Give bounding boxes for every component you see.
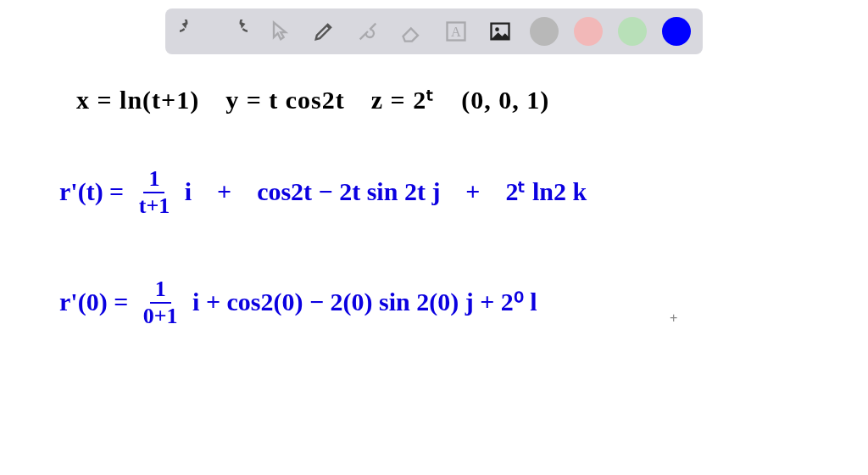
line3-frac-den: 0+1	[138, 304, 183, 327]
redo-button[interactable]	[221, 17, 250, 46]
eraser-icon	[400, 20, 424, 43]
color-gray[interactable]	[530, 17, 559, 46]
line3-fraction: 1 0+1	[138, 278, 183, 327]
line2-rest: i + cos2t − 2t sin 2t j + 2ᵗ ln2 k	[185, 177, 587, 205]
eraser-button[interactable]	[398, 17, 426, 46]
cursor-crosshair: +	[670, 310, 677, 326]
handwriting-line-2: r'(t) = 1 t+1 i + cos2t − 2t sin 2t j + …	[59, 170, 587, 219]
svg-point-3	[495, 27, 499, 31]
undo-icon	[180, 20, 203, 43]
handwriting-line-3: r'(0) = 1 0+1 i + cos2(0) − 2(0) sin 2(0…	[59, 280, 537, 329]
line2-fraction: 1 t+1	[134, 168, 175, 217]
svg-text:A: A	[451, 24, 461, 40]
color-blue[interactable]	[662, 17, 691, 46]
text-icon: A	[444, 20, 468, 43]
image-button[interactable]	[486, 17, 515, 46]
whiteboard-canvas[interactable]: x = ln(t+1) y = t cos2t z = 2ᵗ (0, 0, 1)…	[0, 68, 868, 475]
text-button[interactable]: A	[442, 17, 470, 46]
line2-prefix: r'(t) =	[59, 177, 131, 205]
line2-frac-den: t+1	[134, 193, 175, 217]
pointer-icon	[268, 20, 292, 43]
pencil-button[interactable]	[309, 17, 338, 46]
tools-icon	[356, 20, 380, 43]
line3-rest: i + cos2(0) − 2(0) sin 2(0) j + 2⁰ l	[192, 288, 537, 316]
image-icon	[488, 20, 512, 43]
line3-prefix: r'(0) =	[59, 288, 135, 316]
line3-frac-num: 1	[150, 278, 171, 304]
color-pink[interactable]	[574, 17, 603, 46]
pencil-icon	[312, 20, 336, 43]
drawing-toolbar: A	[165, 8, 703, 54]
redo-icon	[224, 20, 248, 43]
line2-frac-num: 1	[143, 168, 164, 193]
tools-button[interactable]	[353, 17, 382, 46]
undo-button[interactable]	[177, 17, 206, 46]
color-green[interactable]	[618, 17, 647, 46]
handwriting-line-1: x = ln(t+1) y = t cos2t z = 2ᵗ (0, 0, 1)	[76, 85, 549, 115]
pointer-button[interactable]	[265, 17, 294, 46]
